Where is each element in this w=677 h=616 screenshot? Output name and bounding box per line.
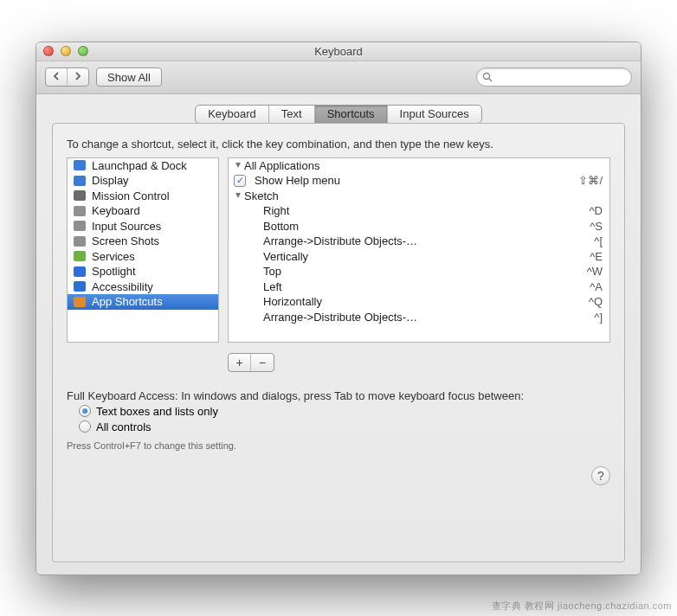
tab-text[interactable]: Text <box>269 106 315 123</box>
svg-rect-9 <box>74 266 86 277</box>
svg-rect-7 <box>74 236 86 247</box>
category-item[interactable]: Mission Control <box>68 189 218 204</box>
category-item[interactable]: Launchpad & Dock <box>68 158 218 174</box>
checkbox[interactable]: ✓ <box>234 175 246 187</box>
tab-input-sources[interactable]: Input Sources <box>388 106 481 123</box>
svg-rect-11 <box>74 297 86 307</box>
category-label: Launchpad & Dock <box>92 159 187 172</box>
shortcut-label: Arrange->Distribute Objects-… <box>263 311 587 324</box>
shortcut-row[interactable]: Horizontally^Q <box>229 294 609 310</box>
shortcut-list[interactable]: All Applications✓Show Help menu⇧⌘/Sketch… <box>228 157 610 343</box>
services-icon <box>73 249 87 263</box>
radio-all-controls-label: All controls <box>96 420 152 433</box>
shortcut-keys: ⇧⌘/ <box>578 174 603 187</box>
shortcut-keys: ^W <box>587 265 603 278</box>
shortcut-label: Arrange->Distribute Objects-… <box>263 234 587 247</box>
add-shortcut-button[interactable]: + <box>229 354 251 371</box>
svg-rect-10 <box>74 281 86 292</box>
category-item[interactable]: App Shortcuts <box>68 294 218 310</box>
shortcut-label: Show Help menu <box>255 174 571 187</box>
category-label: App Shortcuts <box>92 295 163 308</box>
app-icon <box>73 295 87 309</box>
category-item[interactable]: Spotlight <box>68 264 218 279</box>
category-item[interactable]: Keyboard <box>68 203 218 219</box>
tab-keyboard[interactable]: Keyboard <box>196 106 269 123</box>
disclosure-triangle-icon[interactable] <box>234 161 242 170</box>
svg-rect-3 <box>74 176 86 186</box>
back-button[interactable] <box>46 68 68 86</box>
category-item[interactable]: Services <box>68 249 218 265</box>
category-label: Mission Control <box>92 189 170 202</box>
svg-rect-8 <box>74 251 86 261</box>
search-input[interactable] <box>496 71 626 83</box>
shortcut-label: Horizontally <box>263 295 582 308</box>
lists-row: Launchpad & DockDisplayMission ControlKe… <box>67 157 610 343</box>
chevron-right-icon <box>74 72 81 80</box>
disclosure-triangle-icon[interactable] <box>234 191 242 200</box>
shortcut-label: Vertically <box>263 250 583 263</box>
shortcut-row[interactable]: Top^W <box>229 264 609 279</box>
shortcut-group-header[interactable]: All Applications <box>229 158 609 174</box>
category-label: Input Sources <box>92 220 161 233</box>
shortcut-group-header[interactable]: Sketch <box>229 189 609 204</box>
shortcut-row[interactable]: Arrange->Distribute Objects-…^[ <box>229 234 609 249</box>
input-icon <box>73 219 87 233</box>
category-item[interactable]: Screen Shots <box>68 234 218 249</box>
screenshot-icon <box>73 234 87 248</box>
zoom-button[interactable] <box>78 46 88 56</box>
search-field-wrap[interactable] <box>476 67 632 87</box>
display-icon <box>73 174 87 188</box>
radio-all-controls-row[interactable]: All controls <box>79 420 610 433</box>
toolbar: Show All <box>36 61 641 94</box>
shortcut-row[interactable]: Arrange->Distribute Objects-…^] <box>229 310 609 325</box>
shortcut-keys: ^D <box>590 204 603 217</box>
shortcut-row[interactable]: Right^D <box>229 203 609 219</box>
tabs: Keyboard Text Shortcuts Input Sources <box>195 105 482 124</box>
svg-point-0 <box>484 74 490 80</box>
launchpad-icon <box>73 158 87 172</box>
shortcut-keys: ^E <box>590 250 603 263</box>
accessibility-icon <box>73 279 87 293</box>
svg-rect-4 <box>74 190 86 201</box>
forward-button[interactable] <box>68 68 88 86</box>
full-keyboard-access-label: Full Keyboard Access: In windows and dia… <box>67 389 610 402</box>
content-area: Keyboard Text Shortcuts Input Sources To… <box>36 94 641 574</box>
remove-shortcut-button[interactable]: − <box>251 354 274 371</box>
add-remove-segment: + − <box>228 353 274 372</box>
radio-text-boxes-row[interactable]: Text boxes and lists only <box>79 405 610 418</box>
category-label: Spotlight <box>92 265 136 278</box>
shortcut-keys: ^A <box>590 280 603 293</box>
close-button[interactable] <box>43 46 54 56</box>
shortcut-label: Right <box>263 204 583 217</box>
category-item[interactable]: Display <box>68 173 218 189</box>
show-all-button[interactable]: Show All <box>96 67 162 87</box>
shortcut-label: Bottom <box>263 220 583 233</box>
svg-line-1 <box>489 79 492 81</box>
group-label: Sketch <box>244 189 603 202</box>
category-label: Keyboard <box>92 204 140 217</box>
shortcut-row[interactable]: Vertically^E <box>229 249 609 265</box>
preferences-window: Keyboard Show All Keyboard Text Shortcut… <box>35 42 642 575</box>
radio-all-controls[interactable] <box>79 420 91 433</box>
category-item[interactable]: Accessibility <box>68 279 218 295</box>
help-button[interactable]: ? <box>591 466 610 485</box>
shortcut-row[interactable]: Bottom^S <box>229 219 609 234</box>
shortcut-label: Top <box>263 265 580 278</box>
instructions-label: To change a shortcut, select it, click t… <box>67 138 610 151</box>
window-title: Keyboard <box>36 45 641 58</box>
watermark: 查字典 教程网 jiaocheng.chazidian.com <box>492 600 672 613</box>
mission-icon <box>73 189 87 202</box>
category-list[interactable]: Launchpad & DockDisplayMission ControlKe… <box>67 157 219 343</box>
minimize-button[interactable] <box>61 46 71 56</box>
shortcut-row[interactable]: ✓Show Help menu⇧⌘/ <box>229 173 609 189</box>
svg-rect-2 <box>74 160 86 170</box>
shortcut-label: Left <box>263 280 583 293</box>
tab-shortcuts[interactable]: Shortcuts <box>315 106 388 123</box>
category-label: Accessibility <box>92 280 153 293</box>
category-item[interactable]: Input Sources <box>68 219 218 234</box>
category-label: Services <box>92 250 135 263</box>
titlebar: Keyboard <box>36 42 641 61</box>
radio-text-boxes[interactable] <box>79 405 91 417</box>
shortcut-row[interactable]: Left^A <box>229 279 609 295</box>
shortcut-keys: ^S <box>590 220 603 233</box>
